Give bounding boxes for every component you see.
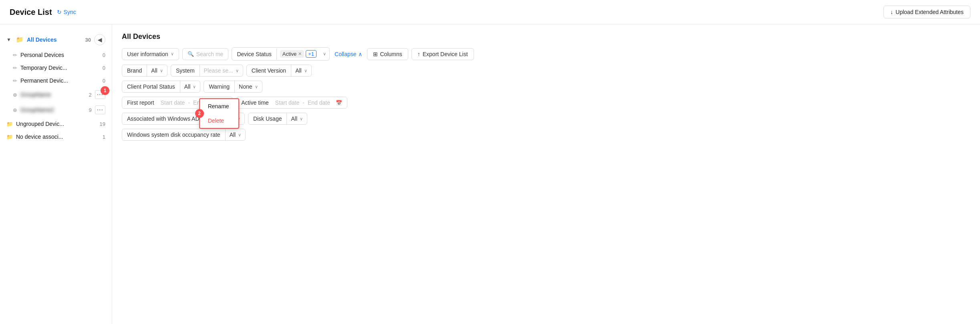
folder-icon: 📁 <box>6 134 13 140</box>
client-version-value[interactable]: All ∨ <box>291 65 311 76</box>
sidebar-item-label: Personal Devices <box>20 52 99 58</box>
search-placeholder: Search me <box>196 51 224 57</box>
sidebar-item-temporary-devices[interactable]: ✏ Temporary Devic... 0 <box>0 61 112 74</box>
sidebar-item-label-blurred: GroupName <box>20 91 85 98</box>
system-placeholder-text: Please se... <box>204 67 233 74</box>
sidebar-item-personal-devices[interactable]: ✏ Personal Devices 0 <box>0 49 112 61</box>
collapse-button[interactable]: Collapse ∧ <box>333 49 363 60</box>
brand-filter: Brand All ∨ <box>122 65 167 77</box>
collapse-up-icon: ∧ <box>358 51 362 57</box>
filter-row-1: User information ∨ 🔍 Search me Device St… <box>122 47 970 61</box>
columns-label: Columns <box>380 51 402 57</box>
active-status-tag[interactable]: Active ✕ <box>280 50 304 58</box>
chevron-down-icon: ∨ <box>238 132 241 138</box>
chevron-down-icon: ∨ <box>193 84 196 89</box>
edit-icon: ✏ <box>13 78 17 84</box>
client-version-text: All <box>295 67 302 74</box>
sync-icon: ↻ <box>57 9 62 15</box>
windows-disk-rate-filter: Windows system disk occupancy rate All ∨ <box>122 129 246 141</box>
windows-disk-label: Windows system disk occupancy rate <box>122 129 226 140</box>
content-area: All Devices User information ∨ 🔍 Search … <box>112 24 980 324</box>
chevron-down-icon: ∨ <box>304 68 307 73</box>
collapse-arrow-icon: ▼ <box>6 37 11 43</box>
disk-usage-label: Disk Usage <box>248 113 287 124</box>
sync-label: Sync <box>64 9 76 15</box>
status-filter-chevron[interactable]: ∨ <box>320 49 329 59</box>
system-filter-value[interactable]: Please se... ∨ <box>200 65 243 76</box>
sidebar-item-permanent-devices[interactable]: ✏ Permanent Devic... 0 <box>0 74 112 87</box>
brand-filter-label: Brand <box>122 65 147 76</box>
sync-button[interactable]: ↻ Sync <box>57 9 76 15</box>
sidebar-item-count: 0 <box>103 78 105 84</box>
target-icon: ⊕ <box>13 92 17 98</box>
columns-button[interactable]: ⊞ Columns <box>367 48 408 60</box>
sidebar-item-count: 9 <box>89 107 91 113</box>
system-filter: System Please se... ∨ <box>171 65 243 77</box>
columns-icon: ⊞ <box>373 51 378 57</box>
filter-row-6: Windows system disk occupancy rate All ∨ <box>122 129 970 141</box>
system-filter-label: System <box>171 65 200 76</box>
delete-menu-item[interactable]: Delete <box>200 113 238 128</box>
chevron-down-icon: ∨ <box>300 116 303 122</box>
sidebar-item-ungrouped-devices[interactable]: 📁 Ungrouped Devic... 19 <box>0 117 112 130</box>
client-version-filter: Client Version All ∨ <box>246 65 312 77</box>
dots-menu-button-2[interactable]: ··· <box>95 105 105 114</box>
sidebar-nav-circle-button[interactable]: ◀ <box>94 34 105 45</box>
page-title: Device List <box>10 8 52 17</box>
disk-usage-value-text: All <box>291 115 297 122</box>
dots-wrapper: ··· 1 Rename Delete 2 <box>95 90 105 99</box>
sidebar-item-count: 19 <box>100 121 105 127</box>
sidebar-item-label-blurred: GroupName2 <box>20 107 85 113</box>
device-status-label: Device Status <box>232 49 276 60</box>
windows-disk-value[interactable]: All ∨ <box>226 129 246 140</box>
client-portal-status-filter: Client Portal Status All ∨ <box>122 81 200 93</box>
sidebar-item-count: 0 <box>103 52 105 58</box>
folder-icon: 📁 <box>16 36 24 43</box>
plus-one-badge[interactable]: +1 <box>306 50 317 58</box>
upload-btn-label: Upload Extended Attributes <box>895 9 964 15</box>
main-layout: ▼ 📁 All Devices 30 ◀ ✏ Personal Devices … <box>0 24 980 324</box>
brand-filter-value[interactable]: All ∨ <box>147 65 167 76</box>
export-device-list-button[interactable]: ↑ Export Device List <box>411 48 474 60</box>
filter-row-3: Client Portal Status All ∨ Warning None … <box>122 81 970 93</box>
filter-row-5: Associated with Windows AD domain All ∨ … <box>122 113 970 125</box>
sidebar-item-all-devices[interactable]: ▼ 📁 All Devices 30 ◀ <box>0 31 112 49</box>
disk-usage-filter: Disk Usage All ∨ <box>248 113 307 125</box>
client-portal-status-value[interactable]: All ∨ <box>180 81 200 92</box>
sidebar-item-label: Temporary Devic... <box>20 65 99 71</box>
upload-extended-attributes-button[interactable]: ↓ Upload Extended Attributes <box>883 6 970 18</box>
target-icon: ⊕ <box>13 107 17 113</box>
active-time-filter[interactable]: Active time Start date - End date 📅 <box>236 97 347 109</box>
upload-icon: ↓ <box>890 9 893 15</box>
sidebar-item-group-a2[interactable]: ⊕ GroupName2 9 ··· <box>0 102 112 117</box>
header-left: Device List ↻ Sync <box>10 8 76 17</box>
step-badge-1: 1 <box>101 86 109 95</box>
sidebar-item-group-a1[interactable]: ⊕ GroupName 2 ··· 1 Rename Delete 2 <box>0 87 112 102</box>
edit-icon: ✏ <box>13 65 17 71</box>
sidebar-item-label: No device associ... <box>16 134 99 140</box>
sidebar-item-label: Ungrouped Devic... <box>16 121 97 127</box>
brand-value-text: All <box>151 67 157 74</box>
active-tag-label: Active <box>282 51 296 57</box>
first-report-label: First report <box>127 99 154 106</box>
remove-active-tag[interactable]: ✕ <box>298 51 302 57</box>
warning-value[interactable]: None ∨ <box>235 81 262 92</box>
disk-usage-value[interactable]: All ∨ <box>287 113 307 124</box>
filter-row-2: Brand All ∨ System Please se... ∨ Client… <box>122 65 970 77</box>
sidebar-item-label: Permanent Devic... <box>20 77 99 84</box>
first-report-start-placeholder: Start date <box>161 99 185 106</box>
app-header: Device List ↻ Sync ↓ Upload Extended Att… <box>0 0 980 24</box>
sidebar-item-count: 0 <box>103 65 105 71</box>
chevron-down-icon: ∨ <box>160 68 163 73</box>
chevron-down-icon: ∨ <box>171 51 174 57</box>
rename-menu-item[interactable]: Rename <box>200 99 238 113</box>
step-badge-2: 2 <box>195 109 204 118</box>
chevron-down-icon: ∨ <box>255 84 258 89</box>
edit-icon: ✏ <box>13 52 17 58</box>
user-information-dropdown[interactable]: User information ∨ <box>122 48 179 60</box>
active-time-label: Active time <box>241 99 268 106</box>
sidebar-item-no-device[interactable]: 📁 No device associ... 1 <box>0 130 112 143</box>
content-title: All Devices <box>122 32 970 41</box>
search-input-box[interactable]: 🔍 Search me <box>182 48 229 60</box>
client-version-label: Client Version <box>247 65 291 76</box>
